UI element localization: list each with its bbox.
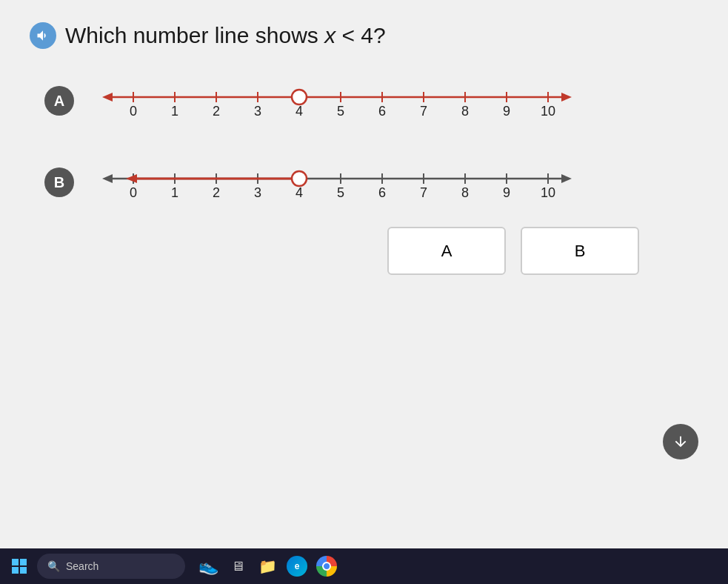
number-line-a: 0 1 2 3 4 5 6 7 8 9 10 <box>89 79 592 123</box>
svg-text:8: 8 <box>461 104 469 119</box>
svg-text:3: 3 <box>254 104 261 119</box>
svg-marker-2 <box>561 93 572 102</box>
start-button[interactable] <box>6 553 33 580</box>
search-label: Search <box>66 560 98 572</box>
svg-text:1: 1 <box>171 104 178 119</box>
svg-text:10: 10 <box>541 104 555 119</box>
svg-marker-41 <box>126 174 137 183</box>
svg-marker-28 <box>561 174 572 183</box>
svg-text:5: 5 <box>337 104 344 119</box>
svg-marker-27 <box>102 174 113 183</box>
svg-text:1: 1 <box>171 185 178 200</box>
svg-text:7: 7 <box>420 104 427 119</box>
svg-text:10: 10 <box>541 185 555 200</box>
svg-text:3: 3 <box>254 185 261 200</box>
option-b-circle[interactable]: B <box>44 167 74 197</box>
svg-text:8: 8 <box>461 185 469 200</box>
svg-point-14 <box>292 90 307 104</box>
option-b-row: B <box>44 160 698 205</box>
question-header: Which number line shows x < 4? <box>30 22 698 49</box>
answer-b-button[interactable]: B <box>521 227 639 275</box>
svg-text:5: 5 <box>337 185 344 200</box>
speaker-icon[interactable] <box>30 22 56 49</box>
number-line-b: 0 1 2 3 4 5 6 7 8 9 10 <box>89 160 592 205</box>
svg-text:9: 9 <box>503 185 510 200</box>
taskbar: 🔍 Search 👟 🖥 📁 e <box>0 548 728 584</box>
svg-text:6: 6 <box>378 185 386 200</box>
svg-point-42 <box>292 171 307 186</box>
answer-a-button[interactable]: A <box>387 227 506 275</box>
number-lines-container: A <box>44 79 698 205</box>
taskbar-chrome-icon[interactable] <box>314 554 339 579</box>
windows-logo-icon <box>12 559 27 574</box>
scroll-down-button[interactable] <box>663 424 698 459</box>
svg-text:0: 0 <box>130 185 137 200</box>
svg-marker-1 <box>102 93 113 102</box>
taskbar-folder-icon[interactable]: 📁 <box>255 554 280 579</box>
taskbar-desktop-icon[interactable]: 🖥 <box>225 554 250 579</box>
main-content: Which number line shows x < 4? A <box>0 0 728 548</box>
option-a-row: A <box>44 79 698 123</box>
svg-text:0: 0 <box>130 104 137 119</box>
taskbar-search[interactable]: 🔍 Search <box>37 554 185 579</box>
taskbar-icons: 👟 🖥 📁 e <box>196 554 339 579</box>
svg-text:2: 2 <box>213 104 220 119</box>
svg-text:9: 9 <box>503 104 510 119</box>
svg-text:6: 6 <box>378 104 386 119</box>
taskbar-shoe-icon[interactable]: 👟 <box>196 554 221 579</box>
svg-text:2: 2 <box>213 185 220 200</box>
svg-text:4: 4 <box>295 185 303 200</box>
answer-buttons: A B <box>30 227 698 275</box>
option-a-circle[interactable]: A <box>44 86 74 116</box>
svg-text:4: 4 <box>295 104 303 119</box>
taskbar-edge-icon[interactable]: e <box>284 554 310 579</box>
question-text: Which number line shows x < 4? <box>65 23 386 48</box>
svg-text:7: 7 <box>420 185 427 200</box>
search-icon: 🔍 <box>47 560 60 572</box>
